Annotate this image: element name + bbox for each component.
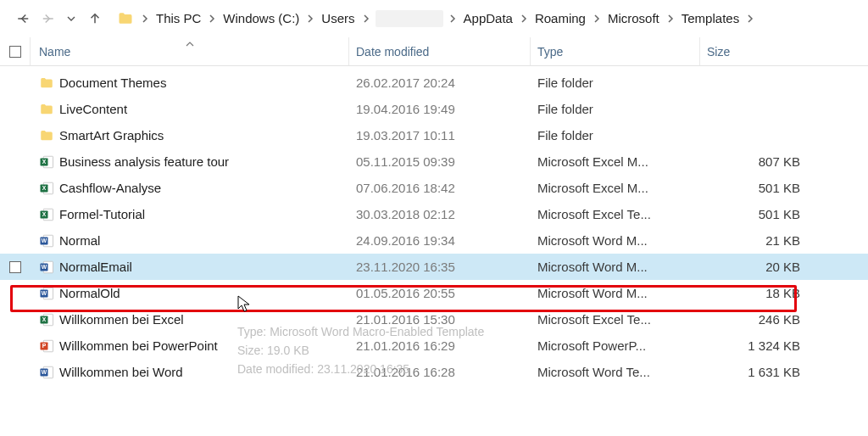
chevron-right-icon[interactable] (746, 14, 754, 23)
row-checkbox[interactable] (9, 261, 21, 273)
file-type: Microsoft PowerP... (531, 338, 700, 353)
file-type: Microsoft Word M... (531, 286, 700, 300)
column-label: Name (39, 45, 70, 59)
file-name: NormalOld (59, 286, 120, 300)
select-all-checkbox[interactable] (0, 37, 31, 65)
file-size: 1 631 KB (700, 365, 834, 379)
breadcrumb-segment[interactable]: This PC (154, 9, 203, 27)
file-date: 07.06.2016 18:42 (349, 181, 531, 195)
file-name: Business analysis feature tour (59, 154, 229, 169)
chevron-right-icon[interactable] (666, 14, 675, 23)
file-row[interactable]: WNormal24.09.2016 19:34Microsoft Word M.… (0, 227, 868, 254)
file-name-cell[interactable]: WNormalOld (31, 286, 349, 301)
file-date: 01.05.2016 20:55 (349, 286, 531, 300)
file-name: Willkommen bei Excel (59, 312, 184, 327)
file-name-cell[interactable]: XCashflow-Analyse (31, 181, 349, 196)
breadcrumb-segment[interactable]: Users (320, 9, 356, 27)
file-row[interactable]: PWillkommen bei PowerPoint21.01.2016 16:… (0, 333, 868, 359)
file-name-cell[interactable]: SmartArt Graphics (31, 128, 349, 143)
chevron-right-icon[interactable] (520, 14, 528, 23)
breadcrumb-segment[interactable]: AppData (462, 9, 515, 27)
file-size: 807 KB (700, 154, 834, 169)
file-row[interactable]: Document Themes26.02.2017 20:24File fold… (0, 70, 868, 96)
recent-locations-dropdown[interactable] (59, 7, 83, 31)
file-size: 20 KB (700, 260, 834, 274)
file-name: Willkommen bei Word (59, 365, 183, 379)
forward-button[interactable] (36, 7, 59, 31)
svg-text:W: W (42, 264, 47, 270)
excel-icon: X (39, 312, 54, 327)
column-header-type[interactable]: Type (531, 37, 700, 65)
file-name-cell[interactable]: WNormal (31, 233, 349, 249)
column-label: Date modified (356, 45, 429, 59)
excel-icon: X (39, 154, 54, 170)
file-size: 1 324 KB (700, 338, 834, 353)
file-name-cell[interactable]: WNormalEmail (31, 260, 349, 275)
file-type: Microsoft Excel Te... (531, 312, 700, 327)
file-name-cell[interactable]: WWillkommen bei Word (31, 365, 349, 380)
file-row[interactable]: LiveContent19.04.2016 19:49File folder (0, 96, 868, 122)
file-size: 246 KB (700, 312, 834, 327)
file-date: 24.09.2016 19:34 (349, 233, 531, 248)
folder-icon (39, 75, 54, 91)
column-header-date[interactable]: Date modified (349, 37, 531, 65)
chevron-right-icon[interactable] (448, 14, 457, 23)
excel-icon: X (39, 207, 54, 222)
file-date: 21.01.2016 16:28 (349, 365, 531, 379)
breadcrumb-segment[interactable] (376, 10, 443, 27)
column-header-name[interactable]: Name (31, 37, 349, 65)
ppt-icon: P (39, 338, 54, 354)
file-size: 501 KB (700, 207, 834, 221)
file-row[interactable]: XBusiness analysis feature tour05.11.201… (0, 148, 868, 175)
file-name-cell[interactable]: XWillkommen bei Excel (31, 312, 349, 327)
file-type: Microsoft Word Te... (531, 365, 700, 379)
file-row[interactable]: XWillkommen bei Excel21.01.2016 15:30Mic… (0, 306, 868, 333)
column-header-size[interactable]: Size (700, 37, 834, 65)
file-date: 19.04.2016 19:49 (349, 102, 531, 116)
file-name-cell[interactable]: LiveContent (31, 102, 349, 117)
file-row[interactable]: SmartArt Graphics19.03.2017 10:11File fo… (0, 122, 868, 148)
folder-icon (39, 128, 54, 143)
file-name-cell[interactable]: PWillkommen bei PowerPoint (31, 338, 349, 354)
svg-text:W: W (42, 290, 47, 296)
column-label: Size (707, 45, 730, 59)
svg-text:W: W (42, 238, 47, 243)
file-type: Microsoft Word M... (531, 233, 700, 248)
column-label: Type (537, 45, 563, 59)
file-type: Microsoft Excel M... (531, 154, 700, 169)
file-size: 501 KB (700, 181, 834, 195)
breadcrumb-segment[interactable]: Microsoft (606, 9, 661, 27)
back-button[interactable] (12, 7, 36, 31)
file-name-cell[interactable]: Document Themes (31, 75, 349, 91)
folder-icon (39, 102, 54, 117)
sort-ascending-icon (186, 36, 194, 49)
word-icon: W (39, 286, 54, 301)
row-checkbox-cell[interactable] (0, 261, 31, 273)
chevron-right-icon[interactable] (141, 14, 149, 23)
file-row[interactable]: XFormel-Tutorial30.03.2018 02:12Microsof… (0, 201, 868, 227)
mouse-cursor-icon (237, 295, 251, 314)
file-list: Document Themes26.02.2017 20:24File fold… (0, 66, 868, 385)
file-date: 30.03.2018 02:12 (349, 207, 531, 221)
file-type: Microsoft Word M... (531, 260, 700, 274)
file-row[interactable]: XCashflow-Analyse07.06.2016 18:42Microso… (0, 175, 868, 201)
file-type: File folder (531, 75, 700, 90)
svg-text:P: P (42, 343, 47, 349)
chevron-right-icon[interactable] (593, 14, 601, 23)
file-row[interactable]: WNormalOld01.05.2016 20:55Microsoft Word… (0, 280, 868, 306)
file-row[interactable]: WNormalEmail23.11.2020 16:35Microsoft Wo… (0, 254, 868, 280)
file-name-cell[interactable]: XFormel-Tutorial (31, 207, 349, 222)
breadcrumb-segment[interactable]: Roaming (533, 9, 587, 27)
file-name-cell[interactable]: XBusiness analysis feature tour (31, 154, 349, 170)
file-name: NormalEmail (59, 260, 132, 274)
chevron-right-icon[interactable] (208, 14, 216, 23)
breadcrumb[interactable]: This PCWindows (C:)UsersAppDataRoamingMi… (117, 9, 856, 27)
excel-icon: X (39, 181, 54, 196)
chevron-right-icon[interactable] (306, 14, 314, 23)
file-row[interactable]: WWillkommen bei Word21.01.2016 16:28Micr… (0, 359, 868, 385)
chevron-right-icon[interactable] (362, 14, 370, 23)
breadcrumb-segment[interactable]: Windows (C:) (221, 9, 301, 27)
file-size: 18 KB (700, 286, 834, 300)
up-button[interactable] (83, 7, 107, 31)
breadcrumb-segment[interactable]: Templates (680, 9, 741, 27)
